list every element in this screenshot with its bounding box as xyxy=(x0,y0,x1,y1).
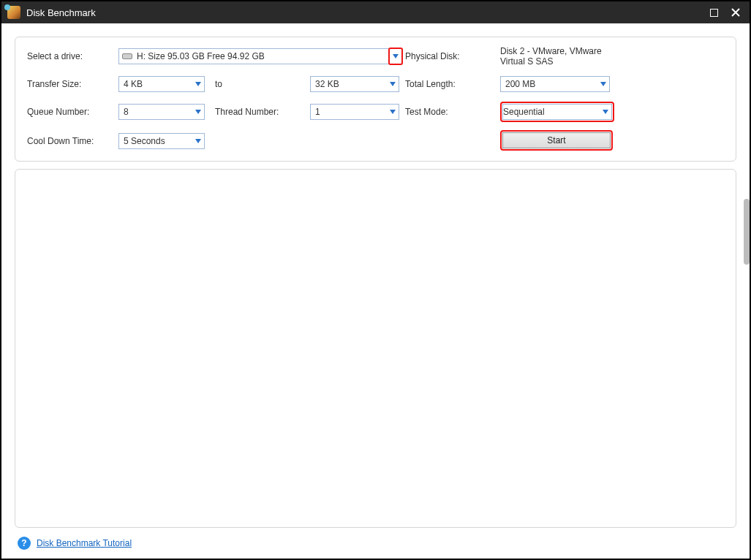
help-icon[interactable]: ? xyxy=(18,537,31,550)
transfer-size-to-value: 32 KB xyxy=(315,79,339,89)
queue-number-value: 8 xyxy=(124,107,129,117)
chevron-down-icon xyxy=(388,48,403,65)
transfer-size-to-select[interactable]: 32 KB xyxy=(310,76,399,92)
chevron-down-icon xyxy=(387,105,399,119)
queue-number-select[interactable]: 8 xyxy=(118,104,205,120)
drive-select-value: H: Size 95.03 GB Free 94.92 GB xyxy=(137,51,265,61)
physical-disk-value: Disk 2 - VMware, VMware Virtual S SAS xyxy=(500,46,624,67)
cool-down-value: 5 Seconds xyxy=(124,136,165,146)
maximize-icon xyxy=(710,9,718,17)
label-transfer-size: Transfer Size: xyxy=(27,79,118,89)
total-length-select[interactable]: 200 MB xyxy=(500,76,610,92)
chevron-down-icon xyxy=(387,77,399,91)
close-icon xyxy=(731,8,740,17)
chevron-down-icon xyxy=(600,105,611,119)
label-thread-number: Thread Number: xyxy=(208,107,310,117)
window-title: Disk Benchmark xyxy=(26,7,706,18)
drive-icon xyxy=(122,53,132,59)
test-mode-select[interactable]: Sequential xyxy=(502,104,612,120)
transfer-size-from-select[interactable]: 4 KB xyxy=(118,76,205,92)
maximize-button[interactable] xyxy=(706,4,722,20)
drive-select[interactable]: H: Size 95.03 GB Free 94.92 GB xyxy=(118,48,402,64)
label-select-drive: Select a drive: xyxy=(27,51,118,61)
test-mode-value: Sequential xyxy=(503,107,545,117)
tutorial-link[interactable]: Disk Benchmark Tutorial xyxy=(37,538,132,548)
chevron-down-icon xyxy=(192,105,204,119)
app-icon xyxy=(7,6,20,19)
label-test-mode: Test Mode: xyxy=(405,107,500,117)
transfer-size-from-value: 4 KB xyxy=(124,79,143,89)
label-to: to xyxy=(208,79,310,89)
footer: ? Disk Benchmark Tutorial xyxy=(15,535,736,550)
results-panel xyxy=(15,169,736,528)
start-button[interactable]: Start xyxy=(502,132,611,148)
window-controls xyxy=(706,4,744,20)
scrollbar-thumb[interactable] xyxy=(744,199,750,265)
close-button[interactable] xyxy=(728,4,744,20)
settings-panel: Select a drive: H: Size 95.03 GB Free 94… xyxy=(15,37,736,162)
label-physical-disk: Physical Disk: xyxy=(405,51,500,61)
chevron-down-icon xyxy=(597,77,609,91)
total-length-value: 200 MB xyxy=(505,79,535,89)
label-cool-down: Cool Down Time: xyxy=(27,136,118,146)
titlebar: Disk Benchmark xyxy=(1,1,750,23)
label-total-length: Total Length: xyxy=(405,79,500,89)
chevron-down-icon xyxy=(192,134,204,148)
thread-number-select[interactable]: 1 xyxy=(310,104,399,120)
thread-number-value: 1 xyxy=(315,107,320,117)
label-queue-number: Queue Number: xyxy=(27,107,118,117)
cool-down-select[interactable]: 5 Seconds xyxy=(118,133,205,149)
chevron-down-icon xyxy=(192,77,204,91)
